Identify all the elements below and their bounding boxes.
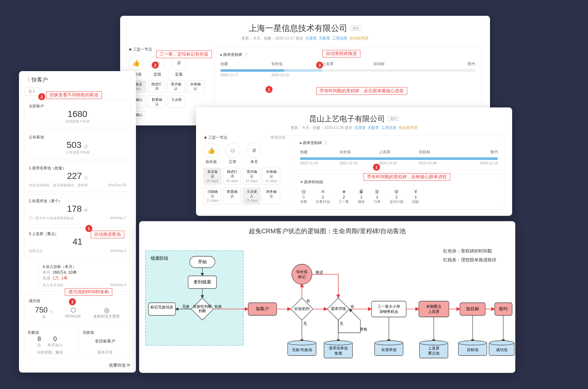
- chip-valuable[interactable]: 👍有价值: [204, 143, 219, 165]
- page-title[interactable]: 〈 快客户: [19, 71, 136, 86]
- pool-focus: 上首屏重点池: [420, 341, 448, 358]
- svg-text:标记: 标记: [298, 275, 306, 279]
- svg-text:推进: 推进: [315, 270, 323, 275]
- svg-point-39: [324, 341, 352, 345]
- batch-transfer-button[interactable]: 批量转池 ⟳: [109, 363, 130, 368]
- stat-order[interactable]: 🗎1订单: [374, 189, 381, 204]
- pool-public[interactable]: 公有客池 503 公 公有池客户列表: [24, 131, 131, 159]
- pool-invalid[interactable]: 无效池 非目标客户 基本不管: [79, 326, 131, 359]
- tag[interactable]: 商务确认: [262, 188, 280, 204]
- svg-point-50: [458, 341, 487, 345]
- svg-text:价值初判: 价值初判: [294, 307, 309, 311]
- link-tianyan[interactable]: 天眼查: [368, 125, 379, 130]
- milestone-bar: [300, 157, 498, 160]
- svg-point-46: [420, 341, 448, 345]
- svg-text:本期重点: 本期重点: [426, 304, 441, 309]
- link-baidu[interactable]: 百度查: [354, 125, 366, 130]
- tag[interactable]: 顾虑打消15 days: [223, 168, 241, 185]
- link-gongshang[interactable]: 工商信息: [381, 125, 396, 130]
- chip-quantity[interactable]: #本月: [247, 143, 262, 165]
- stat-quote[interactable]: 🖩1报价: [358, 189, 365, 204]
- yen-icon: ¥: [412, 189, 419, 195]
- sales-selector[interactable]: 选人: [25, 87, 39, 96]
- tag[interactable]: 功能确认11 days: [204, 188, 221, 204]
- stat-all[interactable]: ⊟9全部: [300, 189, 307, 204]
- thumb-icon: 👍: [204, 143, 219, 158]
- callout: 成功池的RFM和复购: [65, 288, 112, 296]
- pool-target[interactable]: 4.加入目标（本月） 本月 266万4, 10单 完成 1万, 1单 加入本月目…: [38, 260, 131, 292]
- calc-icon: 🖩: [358, 189, 365, 195]
- svg-text:无: 无: [303, 321, 307, 326]
- tag[interactable]: 数量确认: [148, 96, 166, 108]
- thumb-icon: 👍: [128, 55, 144, 70]
- bullet-3: 3: [316, 62, 323, 69]
- link-gongshang[interactable]: 工商信息: [332, 36, 347, 40]
- pool-nurture[interactable]: 1.需求培养池（批量） 227 ◇ 符合目标特征，暂无明确需求，需培养MaxDa…: [24, 161, 131, 192]
- pool-all[interactable]: 全部客户 1680 全部的客户列表: [24, 100, 131, 128]
- churn-button[interactable]: ◎复购和流失预警: [93, 306, 120, 319]
- gear-icon: ⚙: [389, 189, 403, 195]
- stat-task[interactable]: ✕2任务行动: [316, 189, 330, 204]
- svg-text:上首屏: 上首屏: [428, 346, 439, 350]
- bullet-1: 1: [373, 164, 380, 171]
- link-kmb[interactable]: 快目标同屏: [399, 125, 418, 130]
- svg-rect-28: [419, 301, 449, 317]
- tag[interactable]: 价格确认11 days: [262, 168, 280, 185]
- link-kmb[interactable]: 快目标同屏: [350, 36, 369, 40]
- tag[interactable]: 主决策: [168, 96, 185, 108]
- flowchart-title: 超兔CRM客户状态的逻辑图：生命周期/里程碑/自动客池: [139, 221, 515, 241]
- svg-text:有: 有: [351, 304, 354, 309]
- link-baidu[interactable]: 百度查: [305, 36, 317, 40]
- tag[interactable]: 主决策人11 days: [243, 188, 260, 204]
- star-icon: ★: [339, 189, 349, 195]
- chip-grade[interactable]: ☺正常: [225, 143, 240, 165]
- svg-text:目标池: 目标池: [467, 348, 478, 352]
- svg-text:有效性判断: 有效性判断: [193, 304, 212, 309]
- svg-text:开始: 开始: [198, 259, 207, 264]
- svg-text:签约: 签约: [499, 306, 508, 311]
- svg-text:有效: 有效: [214, 304, 222, 309]
- callout: 带有时间戳的里程碑，反映核心跟单进程: [364, 173, 450, 181]
- pool-success[interactable]: 成功池 750 ◇共 ⬡RFM分析 ◎复购和流失预警: [24, 294, 131, 324]
- svg-text:有: 有: [306, 299, 310, 303]
- callout: 三一客，定性标记有价值: [156, 51, 212, 58]
- bullet-1: 1: [266, 86, 273, 93]
- company-name[interactable]: 昆山上艺电子有限公司: [309, 114, 385, 123]
- list-icon: ⊟: [300, 189, 307, 195]
- flowchart-panel: 超兔CRM客户状态的逻辑图：生命周期/里程碑/自动客池 红色块：里程碑的时间戳 …: [139, 221, 515, 373]
- svg-point-36: [288, 341, 316, 345]
- svg-text:需求浮现: 需求浮现: [331, 307, 346, 311]
- pool-nurture: 需求培养池鱼塘: [324, 341, 352, 358]
- tag[interactable]: 需求确认15 days: [243, 168, 260, 185]
- doc-icon: 🗎: [374, 189, 381, 195]
- status-badge: 签约: [388, 116, 399, 121]
- pool-invalid: 无效/失效池: [288, 341, 316, 356]
- company-name[interactable]: 上海一星信息技术有限公司: [249, 23, 347, 33]
- link-tianyan[interactable]: 天眼查: [319, 36, 330, 40]
- tag[interactable]: 数量确认: [223, 188, 241, 204]
- stat-payment[interactable]: ¥1回款: [412, 189, 419, 204]
- rfm-button[interactable]: ⬡RFM分析: [65, 306, 81, 319]
- svg-text:养鱼: 养鱼: [360, 327, 367, 331]
- cube-icon: ⬡: [65, 306, 81, 314]
- tag[interactable]: 需求确认: [167, 80, 185, 93]
- stat-delivery[interactable]: ⚙2交付计划: [389, 189, 403, 204]
- stat-sanyi[interactable]: ★2三一客: [339, 189, 349, 204]
- pool-fail[interactable]: 失败池 8共0本月加入 分析原因，解决: [24, 326, 76, 359]
- tag[interactable]: 顾虑打消: [148, 80, 166, 93]
- bullet-2: 2: [152, 62, 159, 69]
- pool-target: 目标池: [458, 341, 487, 356]
- smile-icon: ☺: [225, 143, 240, 158]
- svg-text:无效/失效池: 无效/失效池: [292, 348, 312, 352]
- svg-text:三一客大小单: 三一客大小单: [377, 304, 400, 309]
- svg-text:有价值: 有价值: [296, 270, 308, 274]
- svg-text:加目标: 加目标: [466, 306, 479, 311]
- tag[interactable]: 真实验证16 days: [204, 168, 221, 185]
- svg-point-43: [375, 341, 403, 345]
- svg-text:上首屏: 上首屏: [428, 309, 439, 314]
- tag[interactable]: 价格确认: [187, 80, 205, 93]
- svg-text:成功池: 成功池: [496, 348, 507, 352]
- milestone-block: ▸ 跟单里程碑 ❔ 创建有价值上首屏加目标签约 2020-11-292020-1…: [293, 135, 505, 170]
- chip-quantity[interactable]: #定量: [171, 55, 187, 77]
- pool-demand[interactable]: 2.有需求池（逐个） 178 ⟳ 三一客大中小单或有销售机会MaxDay:7: [24, 194, 131, 225]
